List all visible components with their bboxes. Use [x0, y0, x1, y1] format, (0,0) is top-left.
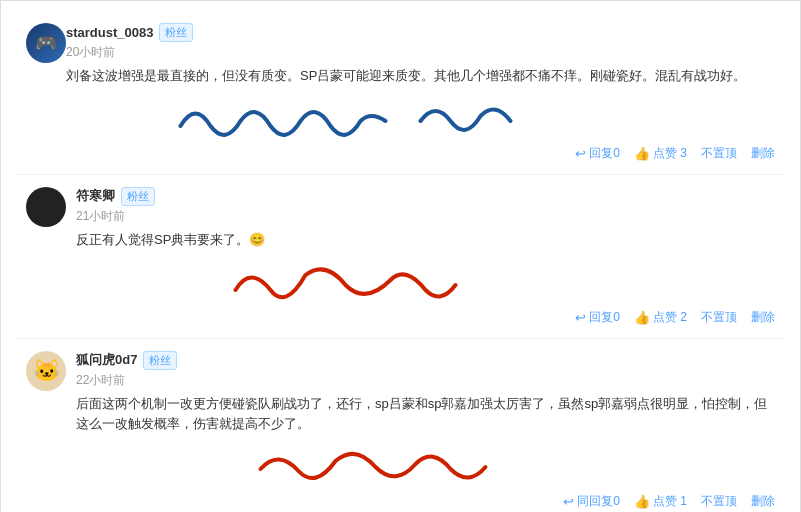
username-1: stardust_0083	[66, 25, 153, 40]
time-1: 20小时前	[66, 44, 775, 61]
comment-body-2: 符寒卿 粉丝 21小时前 反正有人觉得SP典韦要来了。😊 ↩ 回复0 👍	[76, 187, 775, 326]
time-3: 22小时前	[76, 372, 775, 389]
delete-label-1: 删除	[751, 145, 775, 162]
comment-item-1: 🎮 stardust_0083 粉丝 20小时前 刘备这波增强是最直接的，但没有…	[16, 11, 785, 175]
comment-text-2: 反正有人觉得SP典韦要来了。😊	[76, 230, 775, 251]
action-bar-2: ↩ 回复0 👍 点赞 2 不置顶 删除	[76, 309, 775, 326]
like-icon-1: 👍	[634, 146, 650, 161]
reply-label-2: 回复0	[589, 309, 620, 326]
avatar-icon-1: 🎮	[35, 32, 57, 54]
reply-label-3: 同回复0	[577, 493, 620, 510]
handwriting-3	[76, 439, 775, 489]
delete-btn-3[interactable]: 删除	[751, 493, 775, 510]
unpin-btn-3[interactable]: 不置顶	[701, 493, 737, 510]
avatar-1: 🎮	[26, 23, 66, 63]
like-label-2: 点赞 2	[653, 309, 687, 326]
unpin-btn-2[interactable]: 不置顶	[701, 309, 737, 326]
comment-item-2: 符寒卿 粉丝 21小时前 反正有人觉得SP典韦要来了。😊 ↩ 回复0 👍	[16, 175, 785, 339]
like-label-3: 点赞 1	[653, 493, 687, 510]
delete-btn-1[interactable]: 删除	[751, 145, 775, 162]
unpin-label-2: 不置顶	[701, 309, 737, 326]
unpin-label-1: 不置顶	[701, 145, 737, 162]
comment-header-1: stardust_0083 粉丝	[66, 23, 775, 42]
reply-icon-3: ↩	[563, 494, 574, 509]
comment-text-3: 后面这两个机制一改更方便碰瓷队刷战功了，还行，sp吕蒙和sp郭嘉加强太厉害了，虽…	[76, 394, 775, 436]
comment-body-1: stardust_0083 粉丝 20小时前 刘备这波增强是最直接的，但没有质变…	[66, 23, 775, 162]
avatar-2	[26, 187, 66, 227]
like-btn-2[interactable]: 👍 点赞 2	[634, 309, 687, 326]
comment-section: 🎮 stardust_0083 粉丝 20小时前 刘备这波增强是最直接的，但没有…	[1, 1, 800, 512]
fan-badge-3: 粉丝	[143, 351, 177, 370]
main-container: 🎮 stardust_0083 粉丝 20小时前 刘备这波增强是最直接的，但没有…	[0, 0, 801, 512]
fan-badge-1: 粉丝	[159, 23, 193, 42]
comment-item-3: 🐱 狐问虎0d7 粉丝 22小时前 后面这两个机制一改更方便碰瓷队刷战功了，还行…	[16, 339, 785, 512]
like-label-1: 点赞 3	[653, 145, 687, 162]
reply-btn-2[interactable]: ↩ 回复0	[575, 309, 620, 326]
delete-label-2: 删除	[751, 309, 775, 326]
like-btn-3[interactable]: 👍 点赞 1	[634, 493, 687, 510]
action-bar-1: ↩ 回复0 👍 点赞 3 不置顶 删除	[66, 145, 775, 162]
reply-btn-1[interactable]: ↩ 回复0	[575, 145, 620, 162]
comment-header-3: 狐问虎0d7 粉丝	[76, 351, 775, 370]
like-icon-2: 👍	[634, 310, 650, 325]
time-2: 21小时前	[76, 208, 775, 225]
unpin-btn-1[interactable]: 不置顶	[701, 145, 737, 162]
avatar-3: 🐱	[26, 351, 66, 391]
comment-body-3: 狐问虎0d7 粉丝 22小时前 后面这两个机制一改更方便碰瓷队刷战功了，还行，s…	[76, 351, 775, 511]
comment-text-1: 刘备这波增强是最直接的，但没有质变。SP吕蒙可能迎来质变。其他几个增强都不痛不痒…	[66, 66, 775, 87]
delete-label-3: 删除	[751, 493, 775, 510]
username-2: 符寒卿	[76, 187, 115, 205]
delete-btn-2[interactable]: 删除	[751, 309, 775, 326]
username-3: 狐问虎0d7	[76, 351, 137, 369]
reply-icon-1: ↩	[575, 146, 586, 161]
reply-icon-2: ↩	[575, 310, 586, 325]
fan-badge-2: 粉丝	[121, 187, 155, 206]
unpin-label-3: 不置顶	[701, 493, 737, 510]
handwriting-2	[76, 255, 775, 305]
like-btn-1[interactable]: 👍 点赞 3	[634, 145, 687, 162]
action-bar-3: ↩ 同回复0 👍 点赞 1 不置顶 删除	[76, 493, 775, 510]
reply-label-1: 回复0	[589, 145, 620, 162]
reply-btn-3[interactable]: ↩ 同回复0	[563, 493, 620, 510]
like-icon-3: 👍	[634, 494, 650, 509]
comment-header-2: 符寒卿 粉丝	[76, 187, 775, 206]
handwriting-1	[66, 91, 775, 141]
